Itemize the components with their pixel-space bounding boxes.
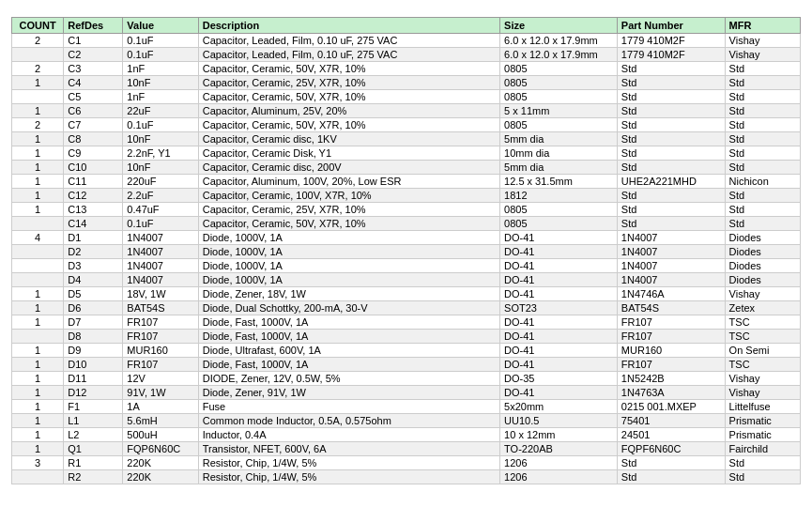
cell-part number-12: Std [617,203,725,217]
cell-size-4: 0805 [500,90,618,104]
cell-size-21: DO-41 [500,330,618,344]
cell-count-28: 1 [12,428,64,442]
table-row: D21N4007Diode, 1000V, 1ADO-411N4007Diode… [12,245,801,259]
table-row: 1C1010nFCapacitor, Ceramic disc, 200V5mm… [12,161,801,175]
cell-mfr-2: Std [725,62,800,76]
cell-description-28: Inductor, 0.4A [198,428,499,442]
cell-value-31: 220K [123,470,198,484]
cell-mfr-14: Diodes [725,231,800,245]
table-row: 1C622uFCapacitor, Aluminum, 25V, 20%5 x … [12,104,801,118]
cell-count-26: 1 [12,400,64,414]
cell-description-27: Common mode Inductor, 0.5A, 0.575ohm [198,414,499,428]
cell-value-10: 220uF [123,175,198,189]
cell-size-19: SOT23 [500,301,618,315]
cell-value-15: 1N4007 [123,245,198,259]
cell-description-11: Capacitor, Ceramic, 100V, X7R, 10% [198,189,499,203]
cell-mfr-5: Std [725,104,800,118]
cell-part number-10: UHE2A221MHD [617,175,725,189]
cell-mfr-13: Std [725,217,800,231]
cell-size-23: DO-41 [500,358,618,372]
cell-part number-5: Std [617,104,725,118]
cell-value-11: 2.2uF [123,189,198,203]
cell-value-3: 10nF [123,76,198,90]
cell-refdes-13: C14 [64,217,123,231]
cell-part number-19: BAT54S [617,301,725,315]
cell-description-1: Capacitor, Leaded, Film, 0.10 uF, 275 VA… [198,48,499,62]
cell-value-17: 1N4007 [123,273,198,287]
cell-mfr-9: Std [725,161,800,175]
cell-description-14: Diode, 1000V, 1A [198,231,499,245]
cell-size-30: 1206 [500,456,618,470]
cell-count-6: 2 [12,118,64,132]
cell-size-1: 6.0 x 12.0 x 17.9mm [500,48,618,62]
cell-part number-1: 1779 410M2F [617,48,725,62]
cell-refdes-26: F1 [64,400,123,414]
cell-refdes-12: C13 [64,203,123,217]
cell-description-31: Resistor, Chip, 1/4W, 5% [198,470,499,484]
cell-description-15: Diode, 1000V, 1A [198,245,499,259]
cell-count-14: 4 [12,231,64,245]
table-row: 2C70.1uFCapacitor, Ceramic, 50V, X7R, 10… [12,118,801,132]
cell-refdes-16: D3 [64,259,123,273]
cell-value-5: 22uF [123,104,198,118]
cell-description-4: Capacitor, Ceramic, 50V, X7R, 10% [198,90,499,104]
cell-mfr-16: Diodes [725,259,800,273]
cell-value-29: FQP6N60C [123,442,198,456]
table-row: 1D9MUR160Diode, Ultrafast, 600V, 1ADO-41… [12,344,801,358]
cell-value-2: 1nF [123,62,198,76]
column-header-part number: Part Number [617,18,725,34]
cell-mfr-4: Std [725,90,800,104]
cell-mfr-19: Zetex [725,301,800,315]
cell-value-7: 10nF [123,132,198,146]
bom-table: COUNTRefDesValueDescriptionSizePart Numb… [11,17,801,484]
cell-mfr-15: Diodes [725,245,800,259]
table-row: D31N4007Diode, 1000V, 1ADO-411N4007Diode… [12,259,801,273]
cell-size-8: 10mm dia [500,146,618,161]
cell-part number-4: Std [617,90,725,104]
cell-description-3: Capacitor, Ceramic, 25V, X7R, 10% [198,76,499,90]
cell-size-9: 5mm dia [500,161,618,175]
cell-value-25: 91V, 1W [123,386,198,400]
cell-value-13: 0.1uF [123,217,198,231]
cell-refdes-9: C10 [64,161,123,175]
cell-value-0: 0.1uF [123,34,198,48]
cell-part number-16: 1N4007 [617,259,725,273]
cell-description-17: Diode, 1000V, 1A [198,273,499,287]
cell-mfr-31: Std [725,470,800,484]
cell-refdes-21: D8 [64,330,123,344]
cell-count-24: 1 [12,372,64,386]
cell-size-18: DO-41 [500,287,618,301]
cell-part number-21: FR107 [617,330,725,344]
cell-mfr-26: Littelfuse [725,400,800,414]
cell-value-26: 1A [123,400,198,414]
cell-part number-3: Std [617,76,725,90]
cell-mfr-27: Prismatic [725,414,800,428]
table-row: 1D10FR107Diode, Fast, 1000V, 1ADO-41FR10… [12,358,801,372]
cell-part number-9: Std [617,161,725,175]
cell-size-14: DO-41 [500,231,618,245]
column-header-mfr: MFR [725,18,800,34]
cell-mfr-7: Std [725,132,800,146]
cell-count-17 [12,273,64,287]
cell-count-19: 1 [12,301,64,315]
cell-description-26: Fuse [198,400,499,414]
cell-size-3: 0805 [500,76,618,90]
cell-value-1: 0.1uF [123,48,198,62]
cell-count-25: 1 [12,386,64,400]
cell-count-16 [12,259,64,273]
cell-description-23: Diode, Fast, 1000V, 1A [198,358,499,372]
cell-count-22: 1 [12,344,64,358]
cell-count-4 [12,90,64,104]
table-row: 1L2500uHInductor, 0.4A10 x 12mm24501Pris… [12,428,801,442]
cell-description-8: Capacitor, Ceramic Disk, Y1 [198,146,499,161]
cell-count-13 [12,217,64,231]
cell-size-7: 5mm dia [500,132,618,146]
cell-size-24: DO-35 [500,372,618,386]
cell-part number-30: Std [617,456,725,470]
cell-refdes-23: D10 [64,358,123,372]
table-row: 1D6BAT54SDiode, Dual Schottky, 200-mA, 3… [12,301,801,315]
cell-description-6: Capacitor, Ceramic, 50V, X7R, 10% [198,118,499,132]
cell-description-12: Capacitor, Ceramic, 25V, X7R, 10% [198,203,499,217]
cell-refdes-8: C9 [64,146,123,161]
cell-mfr-24: Vishay [725,372,800,386]
